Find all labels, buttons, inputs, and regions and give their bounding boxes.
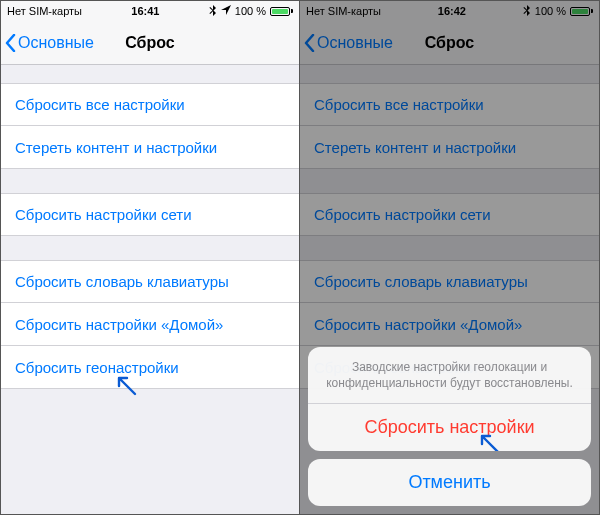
pointer-arrow-icon — [113, 372, 139, 398]
reset-network-row[interactable]: Сбросить настройки сети — [300, 193, 599, 236]
settings-list: Сбросить все настройки Стереть контент и… — [1, 65, 299, 389]
bluetooth-icon — [209, 5, 217, 18]
nav-back-button[interactable]: Основные — [300, 34, 393, 52]
status-bar: Нет SIM-карты 16:42 100 % — [300, 1, 599, 21]
button-label: Сбросить настройки — [364, 417, 534, 437]
phone-right: Нет SIM-карты 16:42 100 % Основные Сброс — [300, 0, 600, 515]
row-label: Стереть контент и настройки — [15, 139, 217, 156]
reset-home-layout-row[interactable]: Сбросить настройки «Домой» — [300, 303, 599, 346]
row-label: Сбросить настройки сети — [15, 206, 192, 223]
button-label: Отменить — [408, 472, 490, 492]
chevron-left-icon — [5, 34, 16, 52]
reset-keyboard-dict-row[interactable]: Сбросить словарь клавиатуры — [1, 260, 299, 303]
status-time: 16:42 — [438, 5, 466, 17]
row-label: Сбросить настройки «Домой» — [15, 316, 223, 333]
nav-bar: Основные Сброс — [300, 21, 599, 65]
erase-content-row[interactable]: Стереть контент и настройки — [300, 126, 599, 169]
carrier-text: Нет SIM-карты — [306, 5, 381, 17]
battery-text: 100 % — [535, 5, 566, 17]
phone-left: Нет SIM-карты 16:41 100 % Основные Сбро — [0, 0, 300, 515]
action-sheet-cancel-group: Отменить — [308, 459, 591, 506]
location-icon — [221, 5, 231, 17]
reset-location-row[interactable]: Сбросить геонастройки — [1, 346, 299, 389]
settings-list: Сбросить все настройки Стереть контент и… — [300, 65, 599, 389]
reset-all-settings-row[interactable]: Сбросить все настройки — [1, 83, 299, 126]
nav-back-button[interactable]: Основные — [1, 34, 94, 52]
row-label: Сбросить геонастройки — [15, 359, 179, 376]
action-sheet: Заводские настройки геолокации и конфиде… — [308, 347, 591, 506]
reset-network-row[interactable]: Сбросить настройки сети — [1, 193, 299, 236]
row-label: Сбросить словарь клавиатуры — [314, 273, 528, 290]
row-label: Сбросить настройки «Домой» — [314, 316, 522, 333]
row-label: Сбросить настройки сети — [314, 206, 491, 223]
battery-text: 100 % — [235, 5, 266, 17]
action-sheet-reset-button[interactable]: Сбросить настройки — [308, 404, 591, 451]
status-time: 16:41 — [131, 5, 159, 17]
erase-content-row[interactable]: Стереть контент и настройки — [1, 126, 299, 169]
carrier-text: Нет SIM-карты — [7, 5, 82, 17]
action-sheet-main: Заводские настройки геолокации и конфиде… — [308, 347, 591, 451]
row-label: Сбросить словарь клавиатуры — [15, 273, 229, 290]
reset-all-settings-row[interactable]: Сбросить все настройки — [300, 83, 599, 126]
nav-back-label: Основные — [18, 34, 94, 52]
reset-home-layout-row[interactable]: Сбросить настройки «Домой» — [1, 303, 299, 346]
battery-icon — [270, 7, 293, 16]
nav-back-label: Основные — [317, 34, 393, 52]
nav-bar: Основные Сброс — [1, 21, 299, 65]
status-bar: Нет SIM-карты 16:41 100 % — [1, 1, 299, 21]
chevron-left-icon — [304, 34, 315, 52]
action-sheet-cancel-button[interactable]: Отменить — [308, 459, 591, 506]
row-label: Сбросить все настройки — [15, 96, 185, 113]
row-label: Сбросить все настройки — [314, 96, 484, 113]
row-label: Стереть контент и настройки — [314, 139, 516, 156]
reset-keyboard-dict-row[interactable]: Сбросить словарь клавиатуры — [300, 260, 599, 303]
battery-icon — [570, 7, 593, 16]
bluetooth-icon — [523, 5, 531, 18]
action-sheet-message: Заводские настройки геолокации и конфиде… — [308, 347, 591, 403]
